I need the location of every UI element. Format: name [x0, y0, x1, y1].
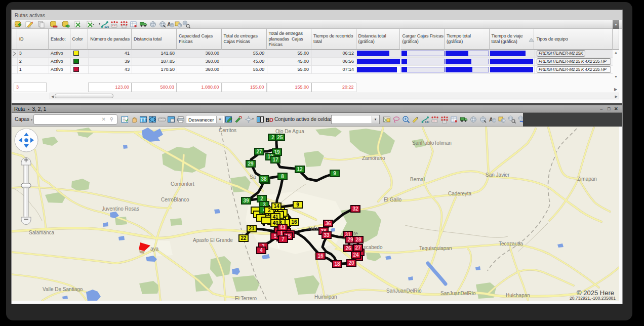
svg-text:123: 123 [425, 120, 429, 124]
svg-text:D: D [269, 117, 273, 123]
